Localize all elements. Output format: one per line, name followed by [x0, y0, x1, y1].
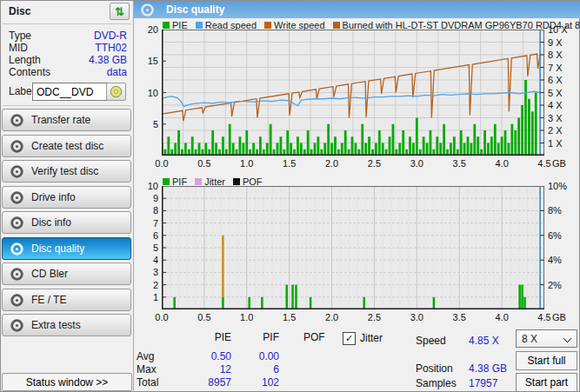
y-axis-tick-left: 20	[136, 24, 158, 35]
start-full-button[interactable]: Start full	[516, 351, 577, 370]
sidebar-item-disc-info[interactable]: Disc info	[2, 211, 131, 234]
sidebar-item-cd-bler[interactable]: CD Bler	[2, 262, 131, 285]
disc-icon-wrap	[10, 114, 23, 127]
y-axis-tick-left: 7	[136, 218, 158, 229]
disc-icon	[110, 85, 123, 98]
row-label: Type	[9, 30, 31, 42]
disc-info-row-contents: Contents data	[9, 66, 127, 78]
disc-icon	[10, 165, 23, 178]
row-value: TTH02	[95, 42, 127, 54]
x-axis-tick: 3.0	[403, 312, 430, 322]
row-label: Length	[9, 54, 41, 66]
disc-icon	[10, 114, 23, 127]
speed-label: Speed	[416, 335, 446, 347]
page-header: Disc quality	[134, 1, 580, 18]
y-axis-tick-right: 7 X	[548, 63, 577, 73]
row-value: 4.38 GB	[89, 54, 127, 66]
divider	[3, 23, 131, 24]
disc-icon	[10, 268, 23, 281]
sidebar-item-label: Transfer rate	[31, 114, 90, 126]
sidebar-item-label: Drive info	[31, 191, 76, 203]
x-axis-tick: 3.5	[446, 158, 472, 169]
checkmark-icon: ✓	[345, 334, 353, 343]
disc-info-row-length: Length 4.38 GB	[9, 54, 127, 66]
legend-swatch	[163, 22, 170, 29]
sidebar-item-label: Disc quality	[31, 243, 84, 255]
jitter-checkbox[interactable]: ✓	[343, 332, 356, 345]
avg-pif-value: 0.00	[236, 350, 279, 362]
disc-icon-wrap	[10, 294, 23, 307]
speed-value: 4.85 X	[469, 335, 499, 347]
y-axis-tick-left: 10	[136, 181, 158, 191]
x-axis-tick: 4.0	[489, 158, 515, 169]
row-label: Contents	[9, 66, 50, 78]
y-axis-tick-right: 2 X	[548, 125, 577, 136]
y-axis-tick-left: 4	[136, 255, 158, 265]
write-label-button[interactable]	[106, 83, 126, 101]
disc-icon-wrap	[10, 216, 23, 229]
y-axis-tick-right: 9 X	[548, 37, 577, 48]
max-pie-value: 12	[188, 363, 231, 375]
pie-speed-chart	[162, 30, 544, 158]
x-axis-unit: GB	[552, 158, 573, 169]
disc-icon-wrap	[10, 268, 23, 281]
y-axis-tick-left: 3	[136, 267, 158, 277]
status-window-button[interactable]: Status window >>	[2, 373, 132, 391]
start-part-button[interactable]: Start part	[516, 373, 577, 392]
app-window: Disc ⇅ Type DVD-R MID TTH02 Length 4.38 …	[0, 0, 580, 392]
legend-swatch	[233, 178, 240, 185]
disc-icon	[10, 243, 23, 256]
y-axis-tick-right: 2%	[548, 280, 577, 290]
legend-swatch	[163, 178, 170, 185]
y-axis-tick-right: 10 X	[548, 24, 577, 35]
refresh-arrows-icon: ⇅	[115, 5, 124, 18]
sidebar-item-fe-te[interactable]: FE / TE	[2, 289, 131, 311]
y-axis-tick-right: 6%	[548, 230, 577, 241]
chevron-down-icon	[563, 335, 572, 343]
refresh-disc-button[interactable]: ⇅	[110, 3, 130, 20]
sidebar-item-label: Verify test disc	[31, 165, 98, 177]
disc-icon-wrap	[10, 319, 23, 332]
x-axis-tick: 0.5	[191, 158, 217, 169]
row-value: DVD-R	[94, 30, 127, 42]
stats-row-label-avg: Avg	[137, 350, 154, 362]
position-value: 4.38 GB	[469, 362, 507, 375]
sidebar-item-transfer-rate[interactable]: Transfer rate	[2, 109, 131, 131]
y-axis-tick-left: 5	[136, 243, 158, 253]
x-axis-tick: 3.0	[403, 158, 430, 169]
disc-label-input[interactable]	[32, 83, 107, 101]
x-axis-tick: 0.0	[149, 312, 175, 322]
legend-swatch	[333, 22, 340, 29]
disc-info-row-type: Type DVD-R	[9, 30, 127, 42]
max-pif-value: 6	[236, 363, 279, 375]
x-axis-tick: 0.5	[191, 312, 217, 322]
sidebar-item-extra-tests[interactable]: Extra tests	[2, 314, 131, 336]
disc-icon	[10, 140, 23, 153]
y-axis-tick-right: 8%	[548, 205, 577, 216]
x-axis-tick: 0.0	[149, 158, 175, 169]
pif-plot	[162, 186, 544, 309]
position-label: Position	[416, 362, 453, 375]
y-axis-tick-right: 4 X	[548, 100, 577, 110]
y-axis-tick-right: 8 X	[548, 50, 577, 60]
y-axis-tick-left: 15	[136, 56, 158, 66]
y-axis-tick-right: 5 X	[548, 88, 577, 98]
x-axis-unit: GB	[552, 312, 573, 322]
label-field-caption: Label	[9, 85, 34, 97]
row-value: data	[107, 66, 127, 78]
sidebar-item-drive-info[interactable]: Drive info	[2, 186, 131, 209]
x-axis-tick: 2.5	[361, 158, 387, 169]
divider	[3, 105, 131, 106]
x-axis-tick: 2.0	[319, 312, 345, 322]
sidebar-item-verify-test-disc[interactable]: Verify test disc	[2, 160, 131, 183]
sidebar-item-disc-quality[interactable]: Disc quality	[2, 237, 131, 260]
page-title: Disc quality	[166, 3, 224, 16]
x-axis-tick: 2.5	[361, 312, 387, 322]
y-axis-tick-right: 4%	[548, 255, 577, 265]
test-speed-select[interactable]: 8 X	[516, 329, 577, 348]
disc-info-row-mid: MID TTH02	[9, 42, 127, 54]
y-axis-tick-left: 9	[136, 193, 158, 203]
y-axis-tick-left: 6	[136, 230, 158, 241]
disc-icon-wrap	[10, 243, 23, 256]
sidebar-item-create-test-disc[interactable]: Create test disc	[2, 135, 131, 157]
